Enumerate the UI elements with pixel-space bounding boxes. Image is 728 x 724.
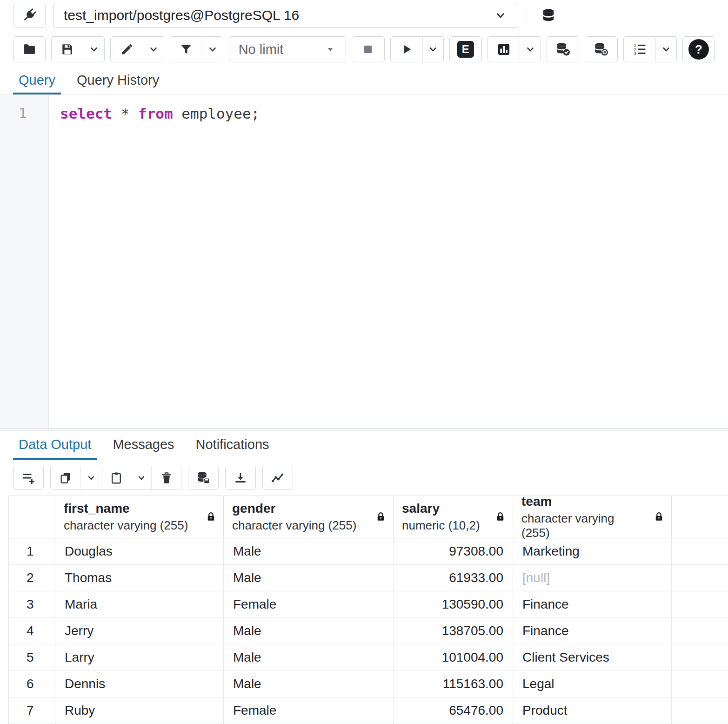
row-number[interactable]: 3 [9, 591, 55, 617]
cell-first_name[interactable]: Larry [55, 644, 224, 670]
lock-icon [653, 511, 665, 523]
paste-button[interactable] [101, 466, 131, 489]
cell-salary[interactable]: 115163.00 [394, 671, 513, 697]
column-header-first_name[interactable]: first_namecharacter varying (255) [55, 496, 224, 538]
cell-salary[interactable]: 130590.00 [394, 591, 513, 617]
row-number[interactable]: 6 [9, 671, 55, 697]
tab-notifications[interactable]: Notifications [190, 431, 275, 460]
tab-query[interactable]: Query [13, 68, 61, 94]
open-file-button[interactable] [13, 37, 45, 62]
cell-gender[interactable]: Male [224, 618, 394, 644]
column-header-salary[interactable]: salarynumeric (10,2) [394, 496, 513, 538]
connection-status-button[interactable] [13, 3, 46, 28]
query-tab-bar: Query Query History [0, 68, 728, 95]
copy-button[interactable] [51, 466, 80, 489]
cell-gender[interactable]: Male [224, 565, 394, 591]
cell-gender[interactable]: Male [224, 644, 394, 670]
query-tool-window: test_import/postgres@PostgreSQL 16 [0, 0, 728, 724]
panel-splitter[interactable] [0, 428, 728, 431]
help-button[interactable]: ? [683, 37, 715, 62]
cell-team[interactable]: Marketing [513, 538, 672, 564]
cell-first_name[interactable]: Douglas [55, 538, 224, 564]
paste-options-button[interactable] [131, 466, 151, 489]
macro-button[interactable]: 1 2 3 [624, 37, 655, 62]
row-limit-select[interactable]: No limit [229, 36, 347, 62]
connection-bar: test_import/postgres@PostgreSQL 16 [0, 0, 728, 31]
sql-text: employee; [173, 105, 260, 122]
cell-team[interactable]: Product [513, 697, 672, 724]
cell-first_name[interactable]: Jerry [55, 618, 224, 644]
edit-button[interactable] [111, 37, 142, 62]
cell-first_name[interactable]: Dennis [55, 671, 224, 697]
column-name: gender [232, 501, 366, 516]
row-number[interactable]: 5 [9, 644, 55, 670]
cell-gender[interactable]: Female [224, 591, 394, 617]
delete-row-button[interactable] [151, 466, 181, 489]
cell-gender[interactable]: Male [224, 671, 394, 697]
copy-options-button[interactable] [80, 466, 101, 489]
save-options-button[interactable] [84, 37, 105, 62]
column-header-gender[interactable]: gendercharacter varying (255) [224, 496, 394, 538]
cell-team[interactable]: Client Services [513, 644, 672, 670]
row-number[interactable]: 7 [9, 697, 55, 724]
tab-messages[interactable]: Messages [107, 431, 180, 460]
explain-analyze-button[interactable] [488, 37, 520, 62]
tab-query-history[interactable]: Query History [71, 68, 165, 94]
sql-editor[interactable]: 1 select * from employee; [0, 95, 728, 428]
cell-salary[interactable]: 138705.00 [394, 618, 513, 644]
column-type: numeric (10,2) [402, 518, 486, 533]
table-row: 2ThomasMale61933.00[null] [9, 565, 728, 591]
row-number[interactable]: 2 [9, 565, 55, 591]
trash-icon [160, 471, 174, 485]
commit-button[interactable] [547, 37, 579, 62]
add-row-button[interactable] [13, 466, 43, 489]
database-save-icon [196, 470, 211, 485]
cell-team[interactable]: Finance [513, 618, 672, 644]
plug-icon [21, 7, 38, 24]
cell-team[interactable]: [null] [513, 565, 672, 591]
chevron-down-icon [427, 43, 439, 55]
row-number[interactable]: 1 [9, 538, 55, 564]
macro-options-button[interactable] [655, 37, 676, 62]
cell-gender[interactable]: Female [224, 697, 394, 724]
table-row: 6DennisMale115163.00Legal [9, 671, 728, 697]
lock-icon [205, 511, 217, 523]
column-type: character varying (255) [232, 518, 366, 533]
download-button[interactable] [226, 466, 255, 489]
rollback-button[interactable] [585, 37, 617, 62]
cell-team[interactable]: Legal [513, 671, 672, 697]
explain-options-button[interactable] [520, 37, 541, 62]
save-file-button[interactable] [52, 37, 83, 62]
line-number: 1 [19, 105, 48, 121]
filter-options-button[interactable] [202, 37, 223, 62]
column-header-team[interactable]: teamcharacter varying (255) [513, 496, 672, 538]
cell-salary[interactable]: 101004.00 [394, 644, 513, 670]
new-connection-button[interactable] [534, 3, 563, 28]
cancel-query-button[interactable] [352, 37, 384, 62]
execute-query-button[interactable] [391, 37, 422, 62]
save-data-button[interactable] [188, 466, 218, 489]
copy-icon [59, 471, 73, 485]
visualize-button[interactable] [263, 466, 293, 489]
tab-data-output[interactable]: Data Output [13, 431, 97, 460]
null-value: [null] [522, 570, 550, 585]
cell-first_name[interactable]: Ruby [55, 697, 224, 724]
table-row: 7RubyFemale65476.00Product [9, 697, 728, 724]
cell-gender[interactable]: Male [224, 538, 394, 564]
cell-team[interactable]: Finance [513, 591, 672, 617]
table-row: 4JerryMale138705.00Finance [9, 618, 728, 644]
code-line[interactable]: select * from employee; [49, 95, 260, 428]
cell-salary[interactable]: 61933.00 [394, 565, 513, 591]
cell-first_name[interactable]: Thomas [55, 565, 224, 591]
execute-options-button[interactable] [422, 37, 443, 62]
row-number-header[interactable] [9, 496, 55, 538]
row-number[interactable]: 4 [9, 618, 55, 644]
cell-salary[interactable]: 65476.00 [394, 697, 513, 724]
cell-salary[interactable]: 97308.00 [394, 538, 513, 564]
explain-icon: E [457, 41, 474, 58]
explain-button[interactable]: E [450, 37, 481, 62]
cell-first_name[interactable]: Maria [55, 591, 224, 617]
edit-options-button[interactable] [143, 37, 164, 62]
connection-select[interactable]: test_import/postgres@PostgreSQL 16 [53, 3, 518, 28]
filter-button[interactable] [170, 37, 202, 62]
